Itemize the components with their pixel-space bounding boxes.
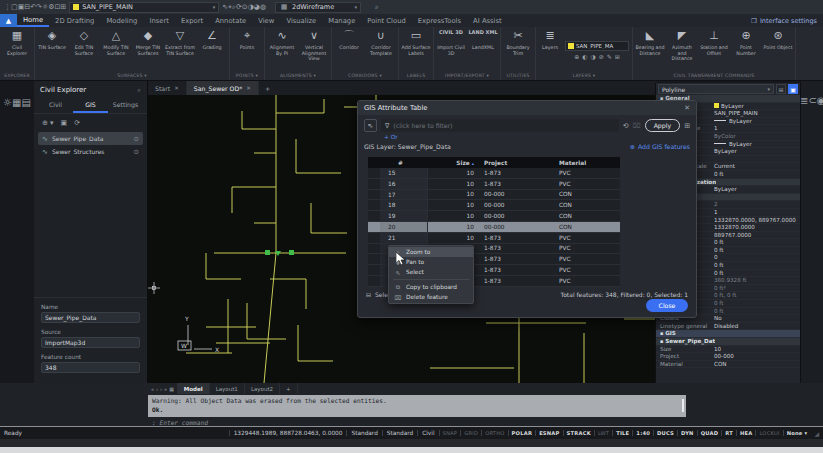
- layout-nav-icon[interactable]: »: [164, 386, 167, 392]
- rail-icon[interactable]: ◉: [817, 95, 823, 106]
- table-row[interactable]: 17 10 00-000 CON: [368, 190, 620, 201]
- add-gis-features-link[interactable]: ⊕ Add GIS features: [630, 143, 690, 150]
- ribbon-button[interactable]: ⌒Corridor: [333, 28, 365, 72]
- property-value[interactable]: 0 ft: [712, 239, 800, 246]
- cell-project[interactable]: 1-873: [478, 267, 553, 273]
- status-toggle[interactable]: TILE: [612, 430, 632, 436]
- table-row[interactable]: 19 10 00-000 CON: [368, 211, 620, 222]
- property-row[interactable]: Linetype general Disabled: [656, 323, 800, 331]
- table-row[interactable]: 21 10 1-873 PVC: [368, 233, 620, 244]
- cell-material[interactable]: CON: [553, 202, 615, 208]
- gis-layer-item[interactable]: ∿ Sewer_Structures ⊙: [38, 145, 143, 158]
- close-button[interactable]: Close: [646, 299, 688, 312]
- ribbon-button[interactable]: ∨Vertical Alignment View: [298, 28, 330, 72]
- explorer-tool-icon[interactable]: ⟳: [74, 119, 80, 127]
- property-row[interactable]: Size 10: [656, 346, 800, 354]
- layer-tool-icon[interactable]: ◐: [582, 53, 587, 60]
- status-toggle[interactable]: POLAR: [508, 430, 536, 436]
- property-value[interactable]: 00-000: [712, 353, 800, 360]
- property-value[interactable]: [712, 156, 800, 163]
- property-value[interactable]: 1: [712, 209, 800, 216]
- ribbon-group-label[interactable]: POINTS ▾: [231, 72, 263, 80]
- status-toggle[interactable]: SNAP: [439, 430, 461, 436]
- toolbar-icon[interactable]: ⊞: [60, 3, 66, 11]
- ribbon-tab[interactable]: Insert: [143, 14, 175, 27]
- layout-tab[interactable]: +: [280, 383, 298, 394]
- layers-button[interactable]: ≣Layers: [537, 28, 563, 72]
- search-icon[interactable]: ⌕: [372, 3, 382, 11]
- property-value[interactable]: ByColor: [712, 133, 800, 140]
- cell-project[interactable]: 1-873: [478, 245, 553, 251]
- property-value[interactable]: 2: [712, 201, 800, 208]
- rail-icon[interactable]: ⊂: [808, 95, 816, 106]
- property-value[interactable]: ByLayer: [712, 148, 800, 155]
- cell-material[interactable]: PVC: [553, 245, 615, 251]
- layout-tab[interactable]: Layout2: [245, 383, 280, 394]
- ribbon-tab[interactable]: Home: [17, 14, 49, 27]
- cell-material[interactable]: PVC: [553, 256, 615, 262]
- toolbar-icon[interactable]: ▢: [11, 3, 18, 11]
- cell-project[interactable]: 00-000: [478, 213, 553, 219]
- cell-size[interactable]: 10: [428, 181, 478, 187]
- cell-material[interactable]: PVC: [553, 267, 615, 273]
- visual-style-combo[interactable]: ▦ 2dWireframe ▾: [275, 2, 361, 13]
- layout-nav-icon[interactable]: ▦: [169, 386, 174, 392]
- status-field[interactable]: Standard: [346, 430, 381, 436]
- cell-material[interactable]: PVC: [553, 235, 615, 241]
- cell-size[interactable]: 10: [428, 191, 478, 197]
- dialog-title-bar[interactable]: GIS Attribute Table ✕: [358, 101, 696, 115]
- ribbon-tab[interactable]: Point Cloud: [361, 14, 411, 27]
- property-value[interactable]: 1332870.0000: [712, 224, 800, 231]
- ribbon-button[interactable]: ◣Bearing and Distance: [634, 28, 666, 72]
- cell-project[interactable]: 1-873: [478, 181, 553, 187]
- coordinates-readout[interactable]: 1329448.1989, 888728.0463, 0.0000: [229, 430, 347, 436]
- resize-grip-icon[interactable]: ◢: [810, 430, 819, 437]
- layer-dropdown[interactable]: SAN_PIPE_MA: [565, 41, 629, 51]
- ribbon-button[interactable]: ◈TIN Surface: [36, 28, 68, 72]
- field-value[interactable]: ImportMap3d: [41, 337, 140, 348]
- select-entities-button[interactable]: ⊞: [776, 84, 786, 94]
- property-value[interactable]: ByLayer: [712, 186, 800, 193]
- layout-tab[interactable]: Model: [178, 383, 210, 394]
- cell-material[interactable]: CON: [553, 213, 615, 219]
- interface-settings[interactable]: ❐ Interface settings: [751, 14, 823, 27]
- property-value[interactable]: SAN_PIPE_MAIN: [712, 110, 800, 117]
- ribbon-button[interactable]: LAND XMLLandXML: [467, 28, 499, 72]
- gis-layer-item[interactable]: ∿ Sewer_Pipe_Data ⊙: [38, 132, 143, 145]
- app-button[interactable]: ▲: [0, 14, 17, 27]
- layout-nav-icon[interactable]: «: [151, 386, 154, 392]
- cell-project[interactable]: 00-000: [478, 202, 553, 208]
- row-number[interactable]: 17: [380, 190, 428, 200]
- property-value[interactable]: CON: [712, 361, 800, 368]
- ribbon-tab[interactable]: Visualize: [280, 14, 322, 27]
- property-value[interactable]: ByLayer: [712, 118, 800, 125]
- table-row[interactable]: 16 10 1-873 PVC: [368, 179, 620, 190]
- ribbon-button[interactable]: ∪Corridor Template: [365, 28, 397, 72]
- ribbon-button[interactable]: ▭Add Surface Labels: [400, 28, 432, 72]
- cell-material[interactable]: CON: [553, 224, 615, 230]
- context-menu-item[interactable]: ⧉ Copy to clipboard: [389, 282, 473, 292]
- table-row[interactable]: 20 10 00-000 CON: [368, 222, 620, 233]
- cell-size[interactable]: 10: [428, 235, 478, 241]
- status-toggle[interactable]: 1:40: [632, 430, 653, 436]
- property-value[interactable]: 0 ft: [712, 247, 800, 254]
- ribbon-group-label[interactable]: LAYERS ▾: [537, 72, 631, 80]
- property-value[interactable]: 0 ft: [712, 308, 800, 315]
- cell-project[interactable]: 1-873: [478, 256, 553, 262]
- ribbon-tab[interactable]: Annotate: [209, 14, 252, 27]
- ribbon-button[interactable]: ∠Grading: [196, 28, 228, 72]
- property-value[interactable]: [690, 95, 800, 102]
- cell-size[interactable]: 10: [428, 170, 478, 176]
- cell-material[interactable]: PVC: [553, 278, 615, 284]
- layout-nav-icon[interactable]: ‹: [156, 386, 158, 392]
- toolbar-icon[interactable]: ⋮: [4, 3, 11, 11]
- status-toggle[interactable]: DUCS: [653, 430, 677, 436]
- status-toggle[interactable]: STRACK: [563, 430, 594, 436]
- row-number[interactable]: 16: [380, 179, 428, 189]
- new-drawing-tab-button[interactable]: +: [259, 81, 276, 95]
- col-header-num[interactable]: #: [380, 160, 428, 166]
- visibility-eye-icon[interactable]: ⊙: [134, 135, 139, 143]
- ribbon-group-label[interactable]: CORRIDORS ▾: [333, 72, 397, 80]
- explorer-tab[interactable]: Settings: [108, 97, 143, 113]
- status-toggle[interactable]: LWT: [594, 430, 612, 436]
